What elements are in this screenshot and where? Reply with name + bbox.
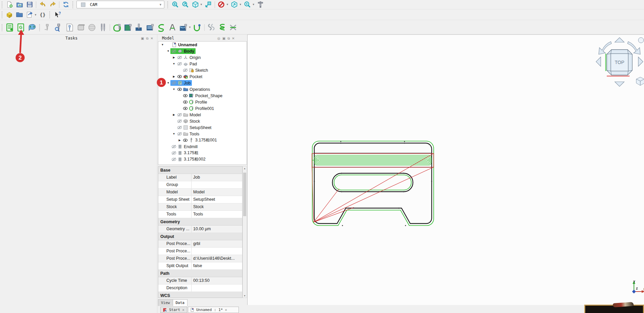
float-icon[interactable]: ⧉ xyxy=(146,37,148,41)
group-folder-icon[interactable] xyxy=(15,10,24,19)
property-value[interactable] xyxy=(192,248,242,255)
tab-data[interactable]: Data xyxy=(173,299,188,306)
collapse-arrow-icon[interactable]: ▶ xyxy=(172,56,176,59)
mdi-tab-start[interactable]: Start ✕ xyxy=(160,307,187,313)
sphere-gray-icon[interactable] xyxy=(87,22,97,33)
tree-item-operations[interactable]: ▼Operations xyxy=(158,86,247,92)
property-value[interactable]: Tools xyxy=(192,211,242,218)
toolbar-drag-handle[interactable] xyxy=(39,24,41,31)
chevron-down-icon[interactable]: ▼ xyxy=(252,3,255,6)
chevron-down-icon[interactable]: ▼ xyxy=(159,3,163,6)
view-cube-icon[interactable] xyxy=(230,0,239,9)
tree-item-profile[interactable]: Profile xyxy=(158,99,247,105)
eye-visible-icon[interactable] xyxy=(176,87,182,92)
tree-item-setupsheet[interactable]: SetupSheet xyxy=(158,124,247,131)
drill-bits-icon[interactable] xyxy=(98,22,108,33)
stack-op-icon[interactable] xyxy=(217,22,228,33)
toolbar-drag-handle[interactable] xyxy=(49,11,51,18)
eye-hidden-icon[interactable] xyxy=(176,131,182,136)
eye-hidden-icon[interactable] xyxy=(171,150,177,155)
scroll-up-icon[interactable]: ▲ xyxy=(243,167,247,170)
surface-op-icon[interactable] xyxy=(178,22,189,33)
face-op-icon[interactable] xyxy=(145,22,155,33)
dressup-op-icon[interactable] xyxy=(192,22,203,33)
eye-hidden-icon[interactable] xyxy=(176,61,182,66)
tree-item-body[interactable]: Profile001 xyxy=(182,106,215,111)
property-value[interactable]: SetupSheet xyxy=(192,196,242,203)
part-box-icon[interactable] xyxy=(5,10,14,19)
tree-item-body[interactable]: SetupSheet xyxy=(176,125,213,130)
close-icon[interactable]: ✕ xyxy=(225,308,227,312)
post-process-icon[interactable]: G xyxy=(16,22,26,33)
close-icon[interactable]: ✕ xyxy=(182,308,184,312)
restore-icon[interactable]: ▣ xyxy=(141,37,144,41)
float-icon[interactable]: ⧉ xyxy=(227,37,230,41)
toolbar-drag-handle[interactable] xyxy=(72,1,74,8)
property-value[interactable]: 10.00 µm xyxy=(192,226,242,233)
tree-item-pad[interactable]: ▼Pad xyxy=(158,61,247,67)
tree-item-tools[interactable]: ▼Tools xyxy=(158,131,247,137)
view-iso-icon[interactable] xyxy=(191,0,200,9)
tree-item-body[interactable]: Unnamed xyxy=(165,42,199,48)
eye-visible-icon[interactable] xyxy=(182,100,188,105)
property-value[interactable]: d:\Users\8146\Deskt... xyxy=(192,255,242,262)
property-group-output[interactable]: Output xyxy=(158,233,242,240)
chevron-down-icon[interactable]: ▼ xyxy=(239,3,242,6)
property-group-geometry[interactable]: Geometry xyxy=(158,218,242,226)
undo-icon[interactable] xyxy=(38,0,47,9)
mdi-tab-document[interactable]: Unnamed : 1* ✕ xyxy=(188,307,239,313)
tree-item-body[interactable]: Pad xyxy=(176,61,198,67)
workbench-selector[interactable]: CAM▼ xyxy=(76,1,164,8)
eye-hidden-icon[interactable] xyxy=(176,125,182,130)
tree-item-body[interactable]: Profile xyxy=(182,99,208,105)
toolbit-library-icon[interactable] xyxy=(64,22,75,33)
property-scrollbar[interactable]: ▲ ▼ xyxy=(243,166,247,298)
profile-op-icon[interactable] xyxy=(112,22,122,33)
eye-hidden-icon[interactable] xyxy=(182,68,188,73)
close-icon[interactable]: ✕ xyxy=(232,37,234,41)
tree-item-job[interactable]: ▼Job xyxy=(158,80,247,86)
tree-item-body[interactable]: Model xyxy=(176,112,202,118)
tree-item-origin[interactable]: ▶Origin xyxy=(158,54,247,61)
expand-arrow-icon[interactable]: ▼ xyxy=(166,81,170,84)
expand-arrow-icon[interactable]: ▼ xyxy=(166,50,170,53)
tree-item-body[interactable]: Stock xyxy=(176,118,201,124)
eye-visible-icon[interactable] xyxy=(176,74,182,79)
eye-visible-icon[interactable] xyxy=(182,106,188,111)
measure-icon[interactable] xyxy=(256,0,265,9)
tree-item-body[interactable]: Origin xyxy=(176,55,202,60)
engrave-op-icon[interactable] xyxy=(167,22,177,33)
eye-hidden-icon[interactable] xyxy=(171,157,177,162)
whats-this-icon[interactable]: ? xyxy=(52,10,62,19)
expand-arrow-icon[interactable]: ▼ xyxy=(172,88,176,91)
expand-arrow-icon[interactable]: ▼ xyxy=(172,132,176,135)
refresh-icon[interactable] xyxy=(61,0,70,9)
collapse-arrow-icon[interactable]: ▶ xyxy=(172,75,176,78)
tool-disabled-icon[interactable] xyxy=(42,22,53,33)
eye-hidden-icon[interactable] xyxy=(176,119,182,124)
pocket-op-icon[interactable] xyxy=(123,22,133,33)
export-icon[interactable] xyxy=(25,10,34,19)
simulate-op-icon[interactable] xyxy=(228,22,239,33)
eye-hidden-icon[interactable] xyxy=(171,49,177,54)
tree-item-body[interactable]: Endmill xyxy=(170,144,199,149)
open-file-icon[interactable] xyxy=(15,0,24,9)
toolbar-drag-handle[interactable] xyxy=(1,11,3,18)
tree-item-3-175-[interactable]: 3.175粗 xyxy=(158,150,247,156)
property-value[interactable]: false xyxy=(192,262,242,269)
view-fit-selection-icon[interactable] xyxy=(204,0,213,9)
property-group-wcs[interactable]: WCS xyxy=(158,292,242,298)
redo-icon[interactable] xyxy=(48,0,57,9)
tree-item-model[interactable]: ▶Model xyxy=(158,112,247,118)
tree-item-body[interactable]: 3.175粗 xyxy=(170,150,200,156)
tree-item-body[interactable]: Tools xyxy=(176,131,201,137)
helix-op-icon[interactable] xyxy=(156,22,166,33)
tree-item-unnamed[interactable]: ▼Unnamed xyxy=(158,42,247,48)
chevron-down-icon[interactable]: ▼ xyxy=(34,13,37,16)
tree-item-profile001[interactable]: Profile001 xyxy=(158,105,247,112)
inspect-gcode-icon[interactable] xyxy=(27,22,37,33)
save-icon[interactable] xyxy=(25,0,34,9)
chevron-down-icon[interactable]: ▼ xyxy=(200,3,203,6)
toolbit-dock-icon[interactable] xyxy=(53,22,64,33)
tree-item-body[interactable]: Pocket xyxy=(176,74,204,79)
